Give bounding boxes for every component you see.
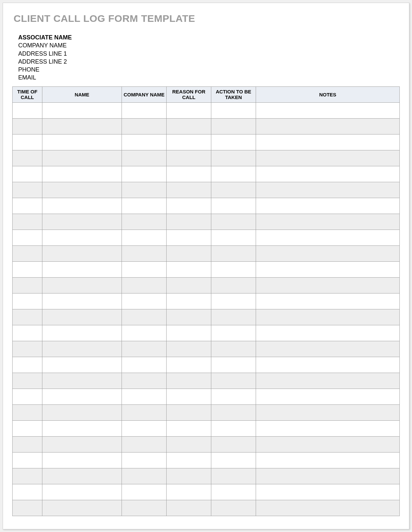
cell-reason[interactable] (167, 118, 211, 134)
cell-action[interactable] (211, 468, 256, 484)
cell-time[interactable] (13, 182, 42, 198)
cell-notes[interactable] (256, 214, 400, 230)
cell-reason[interactable] (167, 277, 211, 293)
cell-time[interactable] (13, 373, 42, 389)
cell-notes[interactable] (256, 245, 400, 261)
cell-action[interactable] (211, 261, 256, 277)
cell-action[interactable] (211, 436, 256, 452)
cell-name[interactable] (42, 214, 122, 230)
cell-company[interactable] (122, 293, 167, 309)
cell-name[interactable] (42, 500, 122, 516)
cell-name[interactable] (42, 420, 122, 436)
cell-company[interactable] (122, 468, 167, 484)
cell-notes[interactable] (256, 166, 400, 182)
cell-company[interactable] (122, 404, 167, 420)
cell-action[interactable] (211, 134, 256, 150)
cell-time[interactable] (13, 404, 42, 420)
cell-time[interactable] (13, 325, 42, 341)
cell-notes[interactable] (256, 357, 400, 373)
cell-company[interactable] (122, 500, 167, 516)
cell-company[interactable] (122, 309, 167, 325)
cell-company[interactable] (122, 118, 167, 134)
cell-time[interactable] (13, 436, 42, 452)
cell-notes[interactable] (256, 436, 400, 452)
cell-action[interactable] (211, 484, 256, 500)
cell-name[interactable] (42, 230, 122, 245)
cell-name[interactable] (42, 404, 122, 420)
cell-notes[interactable] (256, 261, 400, 277)
cell-time[interactable] (13, 293, 42, 309)
cell-reason[interactable] (167, 357, 211, 373)
cell-time[interactable] (13, 230, 42, 245)
cell-company[interactable] (122, 277, 167, 293)
cell-name[interactable] (42, 166, 122, 182)
cell-action[interactable] (211, 500, 256, 516)
cell-name[interactable] (42, 325, 122, 341)
cell-name[interactable] (42, 484, 122, 500)
cell-name[interactable] (42, 309, 122, 325)
cell-action[interactable] (211, 420, 256, 436)
cell-company[interactable] (122, 357, 167, 373)
cell-name[interactable] (42, 261, 122, 277)
cell-action[interactable] (211, 182, 256, 198)
cell-name[interactable] (42, 436, 122, 452)
cell-action[interactable] (211, 309, 256, 325)
cell-name[interactable] (42, 102, 122, 118)
cell-action[interactable] (211, 404, 256, 420)
cell-reason[interactable] (167, 452, 211, 468)
cell-time[interactable] (13, 500, 42, 516)
cell-action[interactable] (211, 357, 256, 373)
cell-company[interactable] (122, 420, 167, 436)
cell-name[interactable] (42, 277, 122, 293)
cell-time[interactable] (13, 484, 42, 500)
cell-notes[interactable] (256, 309, 400, 325)
cell-notes[interactable] (256, 277, 400, 293)
cell-company[interactable] (122, 230, 167, 245)
cell-time[interactable] (13, 261, 42, 277)
cell-notes[interactable] (256, 389, 400, 404)
cell-action[interactable] (211, 325, 256, 341)
cell-company[interactable] (122, 325, 167, 341)
cell-time[interactable] (13, 102, 42, 118)
cell-time[interactable] (13, 357, 42, 373)
cell-company[interactable] (122, 373, 167, 389)
cell-time[interactable] (13, 198, 42, 214)
cell-time[interactable] (13, 214, 42, 230)
cell-company[interactable] (122, 389, 167, 404)
cell-name[interactable] (42, 245, 122, 261)
cell-notes[interactable] (256, 484, 400, 500)
cell-notes[interactable] (256, 150, 400, 166)
cell-action[interactable] (211, 277, 256, 293)
cell-company[interactable] (122, 484, 167, 500)
cell-notes[interactable] (256, 118, 400, 134)
cell-company[interactable] (122, 198, 167, 214)
cell-time[interactable] (13, 420, 42, 436)
cell-reason[interactable] (167, 341, 211, 357)
cell-time[interactable] (13, 166, 42, 182)
cell-name[interactable] (42, 468, 122, 484)
cell-reason[interactable] (167, 245, 211, 261)
cell-reason[interactable] (167, 436, 211, 452)
cell-notes[interactable] (256, 373, 400, 389)
cell-notes[interactable] (256, 230, 400, 245)
cell-time[interactable] (13, 277, 42, 293)
cell-action[interactable] (211, 118, 256, 134)
cell-company[interactable] (122, 341, 167, 357)
cell-company[interactable] (122, 166, 167, 182)
cell-name[interactable] (42, 150, 122, 166)
cell-action[interactable] (211, 166, 256, 182)
cell-reason[interactable] (167, 102, 211, 118)
cell-company[interactable] (122, 134, 167, 150)
cell-reason[interactable] (167, 468, 211, 484)
cell-company[interactable] (122, 102, 167, 118)
cell-reason[interactable] (167, 166, 211, 182)
cell-reason[interactable] (167, 230, 211, 245)
cell-time[interactable] (13, 245, 42, 261)
cell-time[interactable] (13, 150, 42, 166)
cell-notes[interactable] (256, 452, 400, 468)
cell-time[interactable] (13, 309, 42, 325)
cell-time[interactable] (13, 452, 42, 468)
cell-reason[interactable] (167, 134, 211, 150)
cell-notes[interactable] (256, 134, 400, 150)
cell-reason[interactable] (167, 198, 211, 214)
